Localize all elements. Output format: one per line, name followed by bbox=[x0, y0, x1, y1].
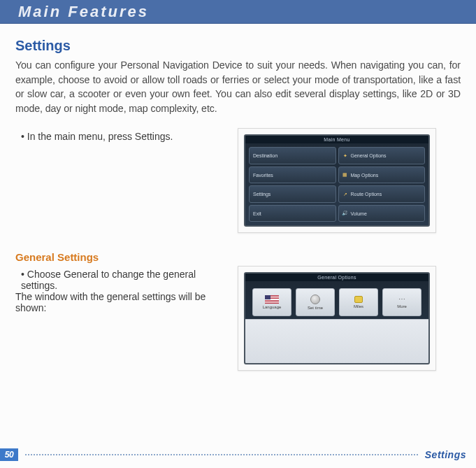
more-icon: ⋯ bbox=[398, 296, 405, 303]
device-general-options: General Options Language Set time bbox=[244, 272, 430, 364]
page-header-title: Main Features bbox=[18, 3, 149, 21]
page-number-badge: 50 bbox=[0, 448, 18, 461]
footer-dots bbox=[25, 454, 418, 455]
bullet-choose-general: • Choose General to change the general s… bbox=[15, 269, 225, 291]
device-grid: Destination ✦General Options Favorites ▦… bbox=[245, 143, 428, 225]
menu-settings[interactable]: Settings bbox=[249, 185, 336, 203]
device2-body: Language Set time Miles ⋯ More bbox=[245, 281, 428, 363]
subsection-line: The window with the general settings wil… bbox=[15, 291, 225, 313]
tile-set-time[interactable]: Set time bbox=[296, 288, 335, 316]
footer: 50 Settings bbox=[0, 448, 476, 461]
volume-icon: 🔊 bbox=[342, 211, 348, 216]
wrench-icon: ✦ bbox=[342, 153, 348, 159]
menu-route-options[interactable]: ↗Route Options bbox=[338, 185, 426, 203]
device-main-menu: Main Menu Destination ✦General Options F… bbox=[244, 134, 430, 227]
device2-blank-area bbox=[245, 319, 428, 363]
section-title: Settings bbox=[15, 38, 461, 54]
menu-favorites[interactable]: Favorites bbox=[249, 166, 336, 184]
menu-destination[interactable]: Destination bbox=[249, 147, 336, 164]
footer-label: Settings bbox=[425, 449, 466, 460]
clock-icon bbox=[310, 295, 320, 304]
section-body: You can configure your Personal Navigati… bbox=[15, 58, 461, 115]
subsection-title: General Settings bbox=[15, 251, 461, 263]
figure-general-options: General Options Language Set time bbox=[238, 266, 436, 371]
menu-exit[interactable]: Exit bbox=[249, 205, 336, 222]
row-mainmenu: • In the main menu, press Settings. Main… bbox=[15, 128, 461, 233]
menu-volume[interactable]: 🔊Volume bbox=[338, 205, 426, 222]
tile-language[interactable]: Language bbox=[252, 288, 291, 316]
device2-tile-row: Language Set time Miles ⋯ More bbox=[245, 281, 428, 319]
header-bar: Main Features bbox=[0, 0, 476, 24]
device-title: Main Menu bbox=[245, 136, 428, 143]
tile-miles[interactable]: Miles bbox=[339, 288, 378, 316]
tile-more[interactable]: ⋯ More bbox=[382, 288, 421, 316]
device2-title: General Options bbox=[245, 274, 428, 281]
flag-us-icon bbox=[265, 295, 279, 304]
menu-map-options[interactable]: ▦Map Options bbox=[338, 166, 426, 184]
units-icon bbox=[354, 296, 363, 303]
menu-general-options[interactable]: ✦General Options bbox=[338, 147, 426, 164]
row-general: • Choose General to change the general s… bbox=[15, 266, 461, 371]
content-area: Settings You can configure your Personal… bbox=[0, 24, 476, 371]
figure-main-menu: Main Menu Destination ✦General Options F… bbox=[238, 128, 436, 233]
bullet-col: • In the main menu, press Settings. bbox=[15, 128, 225, 233]
bullet-press-settings: • In the main menu, press Settings. bbox=[15, 131, 225, 142]
route-icon: ↗ bbox=[342, 192, 348, 197]
sub-left-col: • Choose General to change the general s… bbox=[15, 266, 225, 371]
map-icon: ▦ bbox=[342, 172, 348, 178]
